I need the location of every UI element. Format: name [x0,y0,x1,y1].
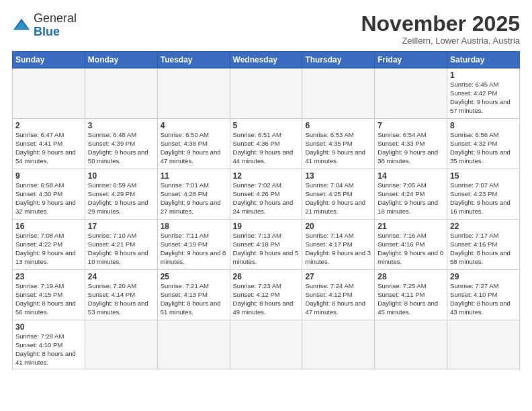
day-number: 10 [88,171,154,181]
day-info: Sunrise: 7:25 AM Sunset: 4:11 PM Dayligh… [378,282,444,316]
week-row-3: 16Sunrise: 7:08 AM Sunset: 4:22 PM Dayli… [13,220,520,270]
day-cell [302,320,375,369]
day-info: Sunrise: 7:21 AM Sunset: 4:13 PM Dayligh… [161,282,227,316]
day-cell: 24Sunrise: 7:20 AM Sunset: 4:14 PM Dayli… [85,270,157,320]
day-info: Sunrise: 7:27 AM Sunset: 4:10 PM Dayligh… [450,282,517,316]
day-number: 9 [15,171,82,181]
day-info: Sunrise: 7:14 AM Sunset: 4:17 PM Dayligh… [305,232,371,266]
day-number: 11 [161,171,227,181]
day-cell [85,320,157,369]
day-cell: 4Sunrise: 6:50 AM Sunset: 4:38 PM Daylig… [157,119,230,169]
day-cell: 26Sunrise: 7:23 AM Sunset: 4:12 PM Dayli… [230,270,302,320]
day-cell: 10Sunrise: 6:59 AM Sunset: 4:29 PM Dayli… [85,169,157,220]
week-row-1: 2Sunrise: 6:47 AM Sunset: 4:41 PM Daylig… [13,119,520,169]
week-row-5: 30Sunrise: 7:28 AM Sunset: 4:10 PM Dayli… [13,320,520,369]
day-cell: 28Sunrise: 7:25 AM Sunset: 4:11 PM Dayli… [375,270,447,320]
week-row-2: 9Sunrise: 6:58 AM Sunset: 4:30 PM Daylig… [13,169,520,220]
day-cell [13,68,85,119]
day-info: Sunrise: 7:17 AM Sunset: 4:16 PM Dayligh… [450,232,517,266]
weekday-saturday: Saturday [447,52,520,68]
weekday-monday: Monday [85,52,157,68]
day-cell: 29Sunrise: 7:27 AM Sunset: 4:10 PM Dayli… [447,270,520,320]
day-number: 5 [233,121,300,130]
day-cell [447,320,520,369]
day-cell: 30Sunrise: 7:28 AM Sunset: 4:10 PM Dayli… [13,320,85,369]
day-cell: 5Sunrise: 6:51 AM Sunset: 4:36 PM Daylig… [230,119,302,169]
logo-general: General [34,12,77,26]
logo: General Blue [12,12,77,39]
day-cell [375,320,447,369]
weekday-thursday: Thursday [302,52,375,68]
day-cell: 21Sunrise: 7:16 AM Sunset: 4:16 PM Dayli… [375,220,447,270]
day-number: 26 [233,272,300,281]
day-number: 12 [233,171,300,181]
day-number: 14 [378,171,444,181]
day-number: 30 [15,322,82,332]
day-info: Sunrise: 7:11 AM Sunset: 4:19 PM Dayligh… [161,232,227,266]
page: General Blue November 2025 Zeillern, Low… [0,0,532,411]
day-cell: 8Sunrise: 6:56 AM Sunset: 4:32 PM Daylig… [447,119,520,169]
day-info: Sunrise: 7:20 AM Sunset: 4:14 PM Dayligh… [88,282,154,316]
day-info: Sunrise: 6:48 AM Sunset: 4:39 PM Dayligh… [88,131,154,165]
day-cell: 12Sunrise: 7:02 AM Sunset: 4:26 PM Dayli… [230,169,302,220]
weekday-tuesday: Tuesday [157,52,230,68]
weekday-header-row: SundayMondayTuesdayWednesdayThursdayFrid… [13,52,520,68]
day-number: 16 [15,222,82,231]
logo-icon [12,16,31,35]
location: Zeillern, Lower Austria, Austria [361,36,520,46]
logo-blue: Blue [34,26,77,39]
day-number: 19 [233,222,300,231]
day-info: Sunrise: 6:58 AM Sunset: 4:30 PM Dayligh… [15,181,82,216]
day-info: Sunrise: 6:47 AM Sunset: 4:41 PM Dayligh… [15,131,82,165]
day-cell [85,68,157,119]
day-cell: 9Sunrise: 6:58 AM Sunset: 4:30 PM Daylig… [13,169,85,220]
day-cell: 22Sunrise: 7:17 AM Sunset: 4:16 PM Dayli… [447,220,520,270]
weekday-friday: Friday [375,52,447,68]
day-cell: 11Sunrise: 7:01 AM Sunset: 4:28 PM Dayli… [157,169,230,220]
day-info: Sunrise: 7:23 AM Sunset: 4:12 PM Dayligh… [233,282,300,316]
day-cell: 2Sunrise: 6:47 AM Sunset: 4:41 PM Daylig… [13,119,85,169]
title-block: November 2025 Zeillern, Lower Austria, A… [361,12,520,46]
month-title: November 2025 [361,12,520,36]
day-number: 27 [305,272,371,281]
day-number: 17 [88,222,154,231]
day-info: Sunrise: 7:04 AM Sunset: 4:25 PM Dayligh… [305,181,371,216]
day-info: Sunrise: 7:19 AM Sunset: 4:15 PM Dayligh… [15,282,82,316]
day-cell: 18Sunrise: 7:11 AM Sunset: 4:19 PM Dayli… [157,220,230,270]
day-cell: 3Sunrise: 6:48 AM Sunset: 4:39 PM Daylig… [85,119,157,169]
day-info: Sunrise: 7:16 AM Sunset: 4:16 PM Dayligh… [378,232,444,266]
day-cell [375,68,447,119]
day-cell: 27Sunrise: 7:24 AM Sunset: 4:12 PM Dayli… [302,270,375,320]
day-number: 23 [15,272,82,281]
day-info: Sunrise: 7:01 AM Sunset: 4:28 PM Dayligh… [161,181,227,216]
day-info: Sunrise: 6:50 AM Sunset: 4:38 PM Dayligh… [161,131,227,165]
day-info: Sunrise: 7:13 AM Sunset: 4:18 PM Dayligh… [233,232,300,266]
day-cell [302,68,375,119]
day-number: 28 [378,272,444,281]
day-number: 3 [88,121,154,130]
day-cell: 15Sunrise: 7:07 AM Sunset: 4:23 PM Dayli… [447,169,520,220]
day-cell: 23Sunrise: 7:19 AM Sunset: 4:15 PM Dayli… [13,270,85,320]
weekday-wednesday: Wednesday [230,52,302,68]
day-number: 25 [161,272,227,281]
day-info: Sunrise: 6:45 AM Sunset: 4:42 PM Dayligh… [450,81,517,115]
weekday-sunday: Sunday [13,52,85,68]
day-cell: 14Sunrise: 7:05 AM Sunset: 4:24 PM Dayli… [375,169,447,220]
day-number: 7 [378,121,444,130]
day-cell: 13Sunrise: 7:04 AM Sunset: 4:25 PM Dayli… [302,169,375,220]
day-number: 2 [15,121,82,130]
day-cell [230,320,302,369]
day-cell [230,68,302,119]
day-number: 6 [305,121,371,130]
day-number: 20 [305,222,371,231]
day-info: Sunrise: 7:28 AM Sunset: 4:10 PM Dayligh… [15,332,82,367]
day-info: Sunrise: 6:59 AM Sunset: 4:29 PM Dayligh… [88,181,154,216]
day-info: Sunrise: 7:07 AM Sunset: 4:23 PM Dayligh… [450,181,517,216]
day-number: 21 [378,222,444,231]
day-info: Sunrise: 6:53 AM Sunset: 4:35 PM Dayligh… [305,131,371,165]
day-cell: 1Sunrise: 6:45 AM Sunset: 4:42 PM Daylig… [447,68,520,119]
day-info: Sunrise: 7:08 AM Sunset: 4:22 PM Dayligh… [15,232,82,266]
day-cell: 17Sunrise: 7:10 AM Sunset: 4:21 PM Dayli… [85,220,157,270]
day-cell: 6Sunrise: 6:53 AM Sunset: 4:35 PM Daylig… [302,119,375,169]
day-cell [157,68,230,119]
